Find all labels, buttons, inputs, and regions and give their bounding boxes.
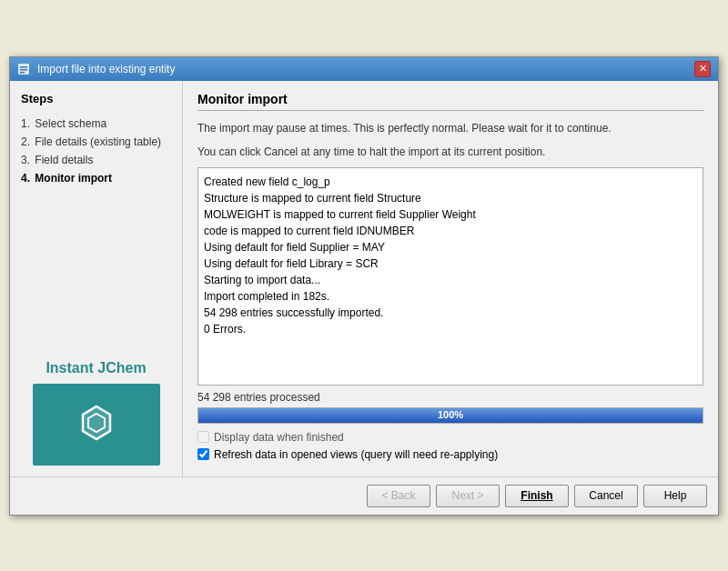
svg-rect-2 bbox=[20, 69, 27, 71]
brand-logo bbox=[33, 384, 160, 466]
steps-heading: Steps bbox=[21, 92, 171, 105]
finish-button[interactable]: Finish bbox=[505, 485, 569, 507]
svg-rect-1 bbox=[20, 66, 27, 68]
step-3: 3. Field details bbox=[21, 151, 171, 169]
display-data-row: Display data when finished bbox=[197, 431, 703, 444]
cancel-button[interactable]: Cancel bbox=[574, 485, 638, 507]
section-title: Monitor import bbox=[197, 92, 703, 111]
log-line: Import completed in 182s. bbox=[204, 288, 697, 305]
log-line: 0 Errors. bbox=[204, 321, 697, 337]
refresh-data-label: Refresh data in opened views (query will… bbox=[214, 448, 498, 461]
next-button[interactable]: Next > bbox=[436, 485, 500, 507]
footer: < Back Next > Finish Cancel Help bbox=[10, 476, 718, 515]
refresh-data-checkbox[interactable] bbox=[197, 448, 209, 460]
dialog-body: Steps 1. Select schema 2. File details (… bbox=[10, 81, 718, 476]
log-line: Created new field c_log_p bbox=[204, 174, 697, 190]
title-bar-left: Import file into existing entity bbox=[17, 62, 175, 76]
step-4-active: 4. Monitor import bbox=[21, 169, 171, 187]
display-data-checkbox[interactable] bbox=[197, 431, 209, 443]
log-area[interactable]: Created new field c_log_pStructure is ma… bbox=[197, 167, 703, 386]
brand-logo-icon bbox=[65, 397, 128, 452]
brand-area: Instant JChem bbox=[21, 360, 171, 466]
info-text-2: You can click Cancel at any time to halt… bbox=[197, 144, 703, 160]
back-button[interactable]: < Back bbox=[367, 485, 430, 507]
log-line: Starting to import data... bbox=[204, 272, 697, 288]
svg-rect-3 bbox=[20, 72, 25, 74]
steps-list: 1. Select schema 2. File details (existi… bbox=[21, 115, 171, 187]
right-panel: Monitor import The import may pause at t… bbox=[183, 81, 718, 476]
info-text-1: The import may pause at times. This is p… bbox=[197, 120, 703, 136]
title-bar: Import file into existing entity ✕ bbox=[10, 57, 718, 81]
progress-bar-container: 100% bbox=[197, 407, 703, 424]
brand-name: Instant JChem bbox=[46, 360, 146, 376]
close-button[interactable]: ✕ bbox=[694, 61, 711, 77]
svg-marker-4 bbox=[83, 406, 110, 439]
step-1: 1. Select schema bbox=[21, 115, 171, 133]
log-line: 54 298 entries successfully imported. bbox=[204, 305, 697, 321]
progress-label: 100% bbox=[198, 409, 703, 420]
step-2: 2. File details (existing table) bbox=[21, 133, 171, 151]
display-data-label: Display data when finished bbox=[214, 431, 344, 444]
import-dialog: Import file into existing entity ✕ Steps… bbox=[9, 56, 719, 516]
log-line: Structure is mapped to current field Str… bbox=[204, 190, 697, 206]
left-panel: Steps 1. Select schema 2. File details (… bbox=[10, 81, 183, 476]
steps-section: Steps 1. Select schema 2. File details (… bbox=[21, 92, 171, 187]
log-line: code is mapped to current field IDNUMBER bbox=[204, 223, 697, 239]
log-line: Using default for field Library = SCR bbox=[204, 255, 697, 272]
refresh-data-row: Refresh data in opened views (query will… bbox=[197, 448, 703, 461]
log-line: Using default for field Supplier = MAY bbox=[204, 239, 697, 255]
dialog-icon bbox=[17, 62, 32, 76]
entries-processed: 54 298 entries processed bbox=[197, 391, 703, 404]
help-button[interactable]: Help bbox=[643, 485, 707, 507]
dialog-title: Import file into existing entity bbox=[37, 63, 175, 75]
log-line: MOLWEIGHT is mapped to current field Sup… bbox=[204, 206, 697, 223]
